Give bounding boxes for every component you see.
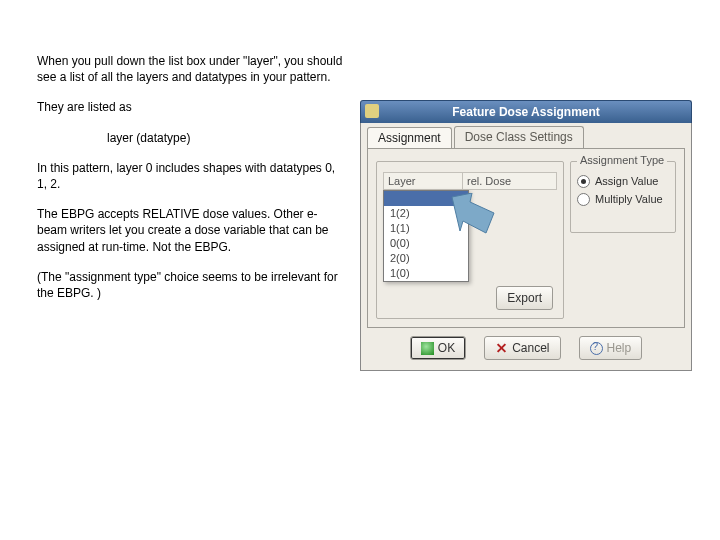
layer-list-group: Layer rel. Dose 1(2) 1(1) 0(0) 2(0) 1(0)…: [376, 161, 564, 319]
layer-dropdown-list[interactable]: 1(2) 1(1) 0(0) 2(0) 1(0): [383, 190, 469, 282]
para-6: (The "assignment type" choice seems to b…: [37, 269, 347, 301]
dropdown-item[interactable]: 1(2): [384, 206, 468, 221]
para-4: In this pattern, layer 0 includes shapes…: [37, 160, 347, 192]
dropdown-item[interactable]: 1(0): [384, 266, 468, 281]
help-icon: [590, 342, 603, 355]
tab-panel: Layer rel. Dose 1(2) 1(1) 0(0) 2(0) 1(0)…: [367, 148, 685, 328]
para-5: The EBPG accepts RELATIVE dose values. O…: [37, 206, 347, 255]
tab-assignment[interactable]: Assignment: [367, 127, 452, 149]
ok-button[interactable]: OK: [410, 336, 466, 360]
col-layer[interactable]: Layer: [383, 172, 462, 190]
window-title: Feature Dose Assignment: [452, 105, 600, 119]
titlebar[interactable]: Feature Dose Assignment: [360, 100, 692, 123]
export-button-wrap: Export: [496, 286, 553, 310]
radio-icon: [577, 175, 590, 188]
col-reldose[interactable]: rel. Dose: [462, 172, 557, 190]
cancel-button[interactable]: Cancel: [484, 336, 560, 360]
dropdown-item[interactable]: 0(0): [384, 236, 468, 251]
assignment-type-legend: Assignment Type: [577, 154, 667, 166]
radio-multiply-value[interactable]: Multiply Value: [571, 190, 675, 208]
tab-strip: Assignment Dose Class Settings: [367, 126, 685, 148]
radio-icon: [577, 193, 590, 206]
dropdown-selected-row[interactable]: [384, 191, 468, 206]
assignment-type-group: Assignment Type Assign Value Multiply Va…: [570, 161, 676, 233]
app-icon: [365, 104, 379, 118]
window-body: Assignment Dose Class Settings Layer rel…: [360, 123, 692, 371]
para-3: layer (datatype): [37, 130, 347, 146]
para-2: They are listed as: [37, 99, 347, 115]
dialog-window: Feature Dose Assignment Assignment Dose …: [360, 100, 692, 371]
export-button[interactable]: Export: [496, 286, 553, 310]
dialog-button-row: OK Cancel Help: [367, 328, 685, 364]
para-1: When you pull down the list box under "l…: [37, 53, 347, 85]
tab-dose-class-settings[interactable]: Dose Class Settings: [454, 126, 584, 148]
dropdown-item[interactable]: 2(0): [384, 251, 468, 266]
radio-assign-value[interactable]: Assign Value: [571, 172, 675, 190]
ok-icon: [421, 342, 434, 355]
instruction-text: When you pull down the list box under "l…: [37, 53, 347, 315]
dropdown-item[interactable]: 1(1): [384, 221, 468, 236]
cancel-icon: [495, 342, 508, 355]
list-header: Layer rel. Dose: [383, 172, 557, 190]
help-button[interactable]: Help: [579, 336, 643, 360]
